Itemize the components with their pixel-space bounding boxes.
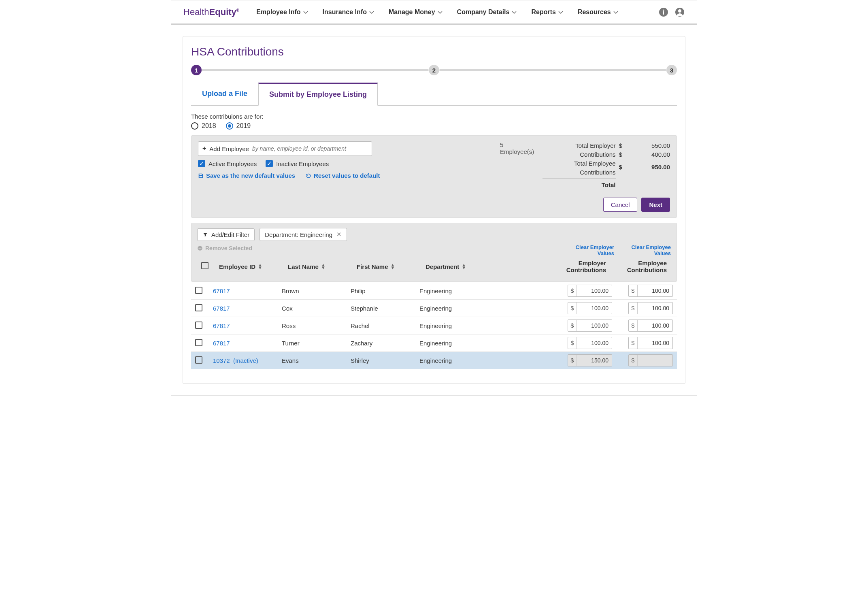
nav-company-details[interactable]: Company Details [450,9,524,16]
svg-point-4 [678,9,681,13]
checkbox-icon: ✓ [266,160,273,167]
label-total: Total [542,179,615,190]
cell-department: Engineering [419,340,500,347]
chevron-down-icon [438,10,443,15]
employee-id-link[interactable]: 67817 [213,305,230,312]
close-icon[interactable]: ✕ [336,231,342,238]
label-total-employer: Total Employer Contributions [542,141,615,159]
checkbox-active-employees[interactable]: ✓ Active Employees [198,160,257,167]
sort-icon: ▲▼ [321,264,326,269]
clear-employee-values-button[interactable]: Clear Employee Values [626,244,671,256]
nav-insurance-info[interactable]: Insurance Info [315,9,381,16]
svg-point-2 [663,9,664,11]
employee-id-link[interactable]: 67817 [213,340,230,347]
cell-last-name: Cox [282,305,351,312]
year-selector: These contribuions are for: 2018 2019 [191,113,677,130]
cell-first-name: Rachel [351,322,419,329]
employer-contribution-input[interactable]: $100.00 [568,285,612,297]
cell-last-name: Evans [282,357,351,364]
inactive-tag: (Inactive) [233,357,258,364]
nav-resources[interactable]: Resources [570,9,625,16]
top-nav: HealthEquity® Employee Info Insurance In… [171,0,697,25]
add-employee-input[interactable]: + Add Employee [198,141,372,156]
nav-employee-info[interactable]: Employee Info [249,9,315,16]
th-employee-id[interactable]: Employee ID▲▼ [219,263,288,270]
sort-icon: ▲▼ [391,264,395,269]
cell-last-name: Brown [282,288,351,294]
employee-contribution-input[interactable]: $100.00 [628,302,673,314]
main-card: HSA Contributions 1 2 3 Upload a File Su… [183,36,685,384]
reset-defaults-button[interactable]: Reset values to default [306,172,380,179]
clear-employer-values-button[interactable]: Clear Employer Values [570,244,614,256]
radio-indicator [226,122,233,130]
employee-id-link[interactable]: 67817 [213,322,230,329]
employee-contribution-input[interactable]: $100.00 [628,285,673,297]
employee-id-link[interactable]: 67817 [213,288,230,294]
employer-contribution-input[interactable]: $100.00 [568,302,612,314]
table-row: 67817 Ross Rachel Engineering $100.00 $1… [191,317,677,334]
radio-2018[interactable]: 2018 [191,122,216,130]
svg-rect-6 [199,248,202,248]
nav-manage-money[interactable]: Manage Money [381,9,450,16]
row-checkbox[interactable] [195,339,202,346]
add-edit-filter-button[interactable]: Add/Edit Filter [197,228,255,241]
row-checkbox[interactable] [195,287,202,294]
value-total-employer: 550.00 [630,141,670,150]
next-button[interactable]: Next [641,198,670,212]
sort-icon: ▲▼ [462,264,466,269]
stepper: 1 2 3 [191,65,677,75]
filter-bar: Add/Edit Filter Department: Engineering … [191,223,677,282]
radio-2019[interactable]: 2019 [226,122,251,130]
tab-employee-listing[interactable]: Submit by Employee Listing [258,83,378,106]
page-title: HSA Contributions [191,45,677,58]
employee-contribution-input[interactable]: $100.00 [628,319,673,332]
value-total-employee: 400.00 [630,150,670,159]
employee-id-link[interactable]: 10372 [213,357,230,364]
th-first-name[interactable]: First Name▲▼ [357,263,425,270]
label-total-employee: Total Employee Contributions [542,159,615,177]
save-defaults-button[interactable]: Save as the new default values [198,172,295,179]
row-checkbox[interactable] [195,304,202,311]
cell-department: Engineering [419,322,500,329]
chevron-down-icon [303,10,308,15]
minus-circle-icon [197,245,203,251]
th-employer-contributions: EmployerContributions [553,260,606,273]
user-icon[interactable] [675,7,685,17]
checkbox-inactive-employees[interactable]: ✓ Inactive Employees [266,160,329,167]
nav-reports[interactable]: Reports [524,9,570,16]
info-icon[interactable] [659,7,668,17]
brand-logo: HealthEquity® [183,7,239,17]
select-all-checkbox[interactable] [201,262,208,269]
th-department[interactable]: Department▲▼ [425,263,506,270]
cell-first-name: Philip [351,288,419,294]
employee-contribution-input[interactable]: $— [628,354,673,366]
employer-contribution-input[interactable]: $150.00 [568,354,612,366]
step-3: 3 [666,65,677,75]
tab-upload-file[interactable]: Upload a File [191,83,258,106]
chevron-down-icon [613,10,618,15]
filter-chip-department[interactable]: Department: Engineering ✕ [260,228,347,241]
save-icon [198,173,204,179]
chevron-down-icon [369,10,374,15]
sort-icon: ▲▼ [258,264,262,269]
cell-department: Engineering [419,357,500,364]
table-row: 10372 (Inactive) Evans Shirley Engineeri… [191,351,677,369]
cell-first-name: Stephanie [351,305,419,312]
cancel-button[interactable]: Cancel [603,198,638,212]
add-employee-field[interactable] [252,145,368,152]
table-header: Employee ID▲▼ Last Name▲▼ First Name▲▼ D… [197,256,671,277]
plus-icon: + [202,145,206,152]
table-row: 67817 Cox Stephanie Engineering $100.00 … [191,299,677,317]
cell-first-name: Zachary [351,340,419,347]
employer-contribution-input[interactable]: $100.00 [568,337,612,349]
checkbox-icon: ✓ [198,160,205,167]
radio-indicator [191,122,198,130]
row-checkbox[interactable] [195,322,202,329]
value-grand-total: 950.00 [630,161,670,172]
th-last-name[interactable]: Last Name▲▼ [288,263,357,270]
cell-first-name: Shirley [351,357,419,364]
tabs: Upload a File Submit by Employee Listing [191,83,677,106]
employee-contribution-input[interactable]: $100.00 [628,337,673,349]
employer-contribution-input[interactable]: $100.00 [568,319,612,332]
row-checkbox[interactable] [195,356,202,364]
